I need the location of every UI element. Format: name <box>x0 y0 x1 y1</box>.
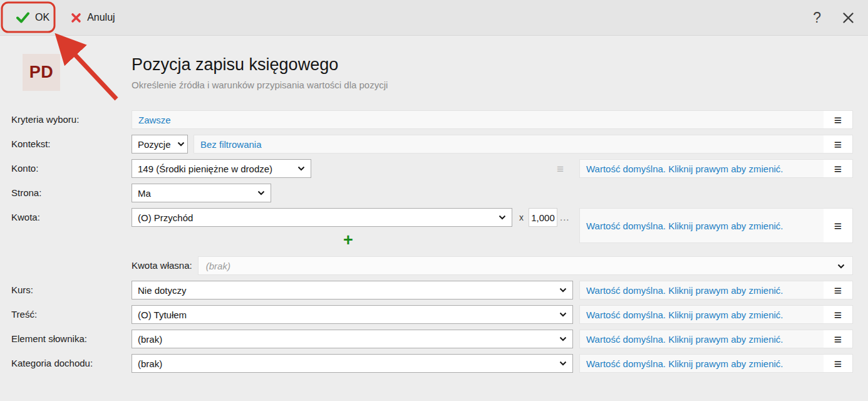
tresc-dropdown-value: (O) Tytułem <box>138 310 187 320</box>
kwota-wlasna-combobox[interactable]: (brak) <box>198 256 853 275</box>
check-icon <box>16 12 29 23</box>
menu-icon: ≡ <box>834 162 842 175</box>
menu-icon: ≡ <box>834 357 842 370</box>
menu-icon: ≡ <box>834 113 842 127</box>
kurs-dropdown[interactable]: Nie dotyczy <box>132 281 573 299</box>
close-icon[interactable] <box>842 12 854 24</box>
kontekst-value[interactable]: Bez filtrowania <box>194 135 824 153</box>
row-kurs: Kurs: Nie dotyczy Wartość domyślna. Klik… <box>0 281 868 299</box>
tresc-menu-button[interactable]: ≡ <box>824 306 852 323</box>
chevron-down-icon <box>291 166 305 171</box>
strona-label: Strona: <box>11 184 132 202</box>
row-kontekst: Kontekst: Pozycje Bez filtrowania ≡ <box>0 135 868 154</box>
kryteria-wyboru-menu-button[interactable]: ≡ <box>824 111 852 128</box>
row-add: + <box>0 232 868 249</box>
kwota-dropdown-value: (O) Przychód <box>138 212 193 223</box>
tresc-dropdown[interactable]: (O) Tytułem <box>132 305 573 324</box>
kurs-default-field[interactable]: Wartość domyślna. Kliknij prawym aby zmi… <box>579 281 853 299</box>
strona-dropdown[interactable]: Ma <box>132 184 271 202</box>
cancel-button-label: Anuluj <box>87 12 115 23</box>
page-subtitle: Określenie źródła i warunków przypisania… <box>132 80 388 90</box>
chevron-down-icon <box>492 215 506 220</box>
kryteria-wyboru-value[interactable]: Zawsze <box>132 111 824 128</box>
default-value-text[interactable]: Wartość domyślna. Kliknij prawym aby zmi… <box>580 330 824 348</box>
x-icon <box>71 13 81 23</box>
kwota-label: Kwota: <box>11 208 132 227</box>
chevron-down-icon <box>553 288 567 293</box>
kontekst-dropdown-value: Pozycje <box>138 139 171 150</box>
chevron-down-icon <box>553 361 567 366</box>
cancel-button[interactable]: Anuluj <box>65 8 121 27</box>
default-value-text[interactable]: Wartość domyślna. Kliknij prawym aby zmi… <box>580 306 824 323</box>
menu-icon: ≡ <box>834 219 842 232</box>
konto-default-field[interactable]: Wartość domyślna. Kliknij prawym aby zmi… <box>579 159 853 178</box>
toolbar: OK Anuluj ? <box>0 0 868 36</box>
menu-icon: ≡ <box>834 308 842 321</box>
row-kryteria-wyboru: Kryteria wyboru: Zawsze ≡ <box>0 110 868 129</box>
element-slownika-dropdown-value: (brak) <box>138 334 162 345</box>
chevron-down-icon <box>171 142 185 147</box>
element-slownika-menu-button[interactable]: ≡ <box>824 330 852 348</box>
kwota-dropdown[interactable]: (O) Przychód <box>132 208 512 227</box>
default-value-text[interactable]: Wartość domyślna. Kliknij prawym aby zmi… <box>580 160 824 177</box>
kategoria-dochodu-dropdown-value: (brak) <box>138 358 162 369</box>
default-value-text[interactable]: Wartość domyślna. Kliknij prawym aby zmi… <box>580 281 824 299</box>
element-slownika-dropdown[interactable]: (brak) <box>132 330 573 348</box>
row-strona: Strona: Ma <box>0 184 868 202</box>
avatar: PD <box>23 54 60 91</box>
help-icon[interactable]: ? <box>813 9 821 26</box>
kategoria-dochodu-label: Kategoria dochodu: <box>11 354 132 373</box>
kontekst-dropdown[interactable]: Pozycje <box>132 135 188 154</box>
kwota-wlasna-label: Kwota własna: <box>132 256 192 275</box>
kwota-wlasna-placeholder: (brak) <box>206 261 230 271</box>
row-konto: Konto: 149 (Środki pieniężne w drodze) ≡… <box>0 159 868 178</box>
default-value-text[interactable]: Wartość domyślna. Kliknij prawym aby zmi… <box>580 355 824 372</box>
chevron-down-icon <box>251 190 265 195</box>
element-slownika-default-field[interactable]: Wartość domyślna. Kliknij prawym aby zmi… <box>579 330 853 348</box>
kontekst-menu-button[interactable]: ≡ <box>824 135 852 153</box>
row-kategoria-dochodu: Kategoria dochodu: (brak) Wartość domyśl… <box>0 354 868 373</box>
konto-dropdown[interactable]: 149 (Środki pieniężne w drodze) <box>132 159 311 178</box>
tresc-label: Treść: <box>11 305 132 324</box>
menu-icon: ≡ <box>834 138 842 151</box>
ellipsis-button[interactable]: ... <box>560 208 570 227</box>
kryteria-wyboru-field[interactable]: Zawsze ≡ <box>132 110 853 129</box>
menu-icon: ≡ <box>834 333 842 346</box>
row-kwota-wlasna: Kwota własna: (brak) <box>0 256 868 275</box>
row-tresc: Treść: (O) Tytułem Wartość domyślna. Kli… <box>0 305 868 324</box>
kategoria-dochodu-default-field[interactable]: Wartość domyślna. Kliknij prawym aby zmi… <box>579 354 853 373</box>
konto-label: Konto: <box>11 159 132 178</box>
konto-menu-button[interactable]: ≡ <box>824 160 852 177</box>
kontekst-field[interactable]: Bez filtrowania ≡ <box>194 135 853 154</box>
menu-icon[interactable]: ≡ <box>557 163 564 175</box>
plus-icon[interactable]: + <box>343 232 353 247</box>
kurs-menu-button[interactable]: ≡ <box>824 281 852 299</box>
kryteria-wyboru-label: Kryteria wyboru: <box>11 110 132 129</box>
ok-button-label: OK <box>35 12 49 23</box>
kategoria-dochodu-dropdown[interactable]: (brak) <box>132 354 573 373</box>
kurs-label: Kurs: <box>11 281 132 299</box>
chevron-down-icon <box>837 260 845 271</box>
multiplier-label: x <box>519 208 524 227</box>
chevron-down-icon <box>553 336 567 341</box>
dialog-header: PD Pozycja zapisu księgowego Określenie … <box>0 36 868 91</box>
row-element-slownika: Element słownika: (brak) Wartość domyśln… <box>0 330 868 348</box>
element-slownika-label: Element słownika: <box>11 330 132 348</box>
konto-dropdown-value: 149 (Środki pieniężne w drodze) <box>138 164 272 174</box>
form: Kryteria wyboru: Zawsze ≡ Kontekst: Pozy… <box>0 110 868 373</box>
kurs-dropdown-value: Nie dotyczy <box>138 285 187 296</box>
ok-button[interactable]: OK <box>10 8 56 27</box>
chevron-down-icon <box>553 312 567 317</box>
multiplier-input[interactable]: 1,000 <box>529 208 557 227</box>
tresc-default-field[interactable]: Wartość domyślna. Kliknij prawym aby zmi… <box>579 305 853 324</box>
menu-icon: ≡ <box>834 284 842 297</box>
row-kwota: Kwota: (O) Przychód x 1,000 ... Wartość … <box>0 208 868 227</box>
page-title: Pozycja zapisu księgowego <box>132 55 388 75</box>
kontekst-label: Kontekst: <box>11 135 132 154</box>
strona-dropdown-value: Ma <box>138 188 151 199</box>
kategoria-dochodu-menu-button[interactable]: ≡ <box>824 355 852 372</box>
